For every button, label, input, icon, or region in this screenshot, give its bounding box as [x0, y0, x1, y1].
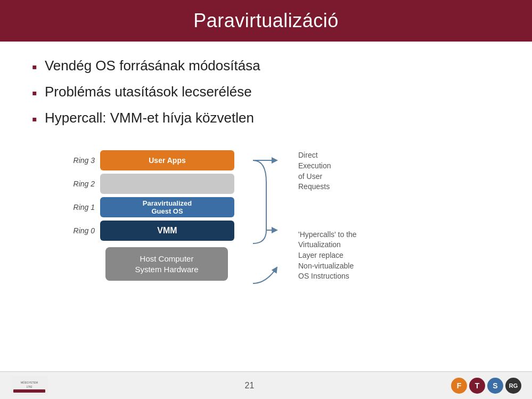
- main-content: Vendég OS forrásának módosítása Problémá…: [0, 42, 532, 371]
- ring-2-row: Ring 2: [64, 174, 234, 194]
- ring-1-box: ParavirtualizedGuest OS: [100, 197, 234, 217]
- footer-left: MŰEGYETEM 1782: [11, 376, 48, 395]
- ring-0-label: Ring 0: [64, 226, 100, 235]
- direct-execution-label: DirectExecutionof UserRequests: [298, 150, 415, 192]
- right-labels: DirectExecutionof UserRequests 'Hypercal…: [298, 150, 415, 281]
- bullet-list: Vendég OS forrásának módosítása Problémá…: [32, 56, 500, 134]
- svg-text:1782: 1782: [26, 385, 32, 388]
- arrows-svg: [250, 150, 282, 299]
- ring-1-row: Ring 1 ParavirtualizedGuest OS: [64, 197, 234, 217]
- ring-2-label: Ring 2: [64, 180, 100, 188]
- slide-header: Paravirtualizáció: [0, 0, 532, 42]
- university-logo: MŰEGYETEM 1782: [11, 376, 48, 395]
- page-number: 21: [245, 381, 255, 390]
- bullet-item-1: Vendég OS forrásának módosítása: [32, 56, 500, 77]
- logo-f: F: [451, 378, 467, 394]
- hardware-box: Host ComputerSystem Hardware: [105, 247, 228, 281]
- ring-0-box: VMM: [100, 221, 234, 241]
- svg-rect-3: [13, 389, 45, 393]
- bullet-item-2: Problémás utasítások lecserélése: [32, 83, 500, 103]
- logo-rg: RG: [505, 378, 521, 394]
- ring-1-label: Ring 1: [64, 203, 100, 211]
- bullet-item-3: Hypercall: VMM-et hívja közvetlen: [32, 109, 500, 129]
- ring-2-box: [100, 174, 234, 194]
- footer-logos: F T S RG: [451, 378, 521, 394]
- diagram-area: Ring 3 User Apps Ring 2 Ring 1 Paravirtu…: [32, 150, 500, 302]
- ring-3-row: Ring 3 User Apps: [64, 150, 234, 170]
- ring-0-row: Ring 0 VMM: [64, 221, 234, 241]
- rings-section: Ring 3 User Apps Ring 2 Ring 1 Paravirtu…: [64, 150, 234, 281]
- hypercalls-label: 'Hypercalls' to theVirtualizationLayer r…: [298, 230, 415, 282]
- logo-s: S: [487, 378, 503, 394]
- ring-3-box: User Apps: [100, 150, 234, 170]
- footer: MŰEGYETEM 1782 21 F T S RG: [0, 371, 532, 399]
- arrows-container: [250, 150, 282, 302]
- ring-3-label: Ring 3: [64, 156, 100, 165]
- header-title: Paravirtualizáció: [193, 10, 339, 31]
- rings-diagram: Ring 3 User Apps Ring 2 Ring 1 Paravirtu…: [64, 150, 234, 244]
- svg-text:MŰEGYETEM: MŰEGYETEM: [21, 381, 38, 384]
- logo-t: T: [469, 378, 485, 394]
